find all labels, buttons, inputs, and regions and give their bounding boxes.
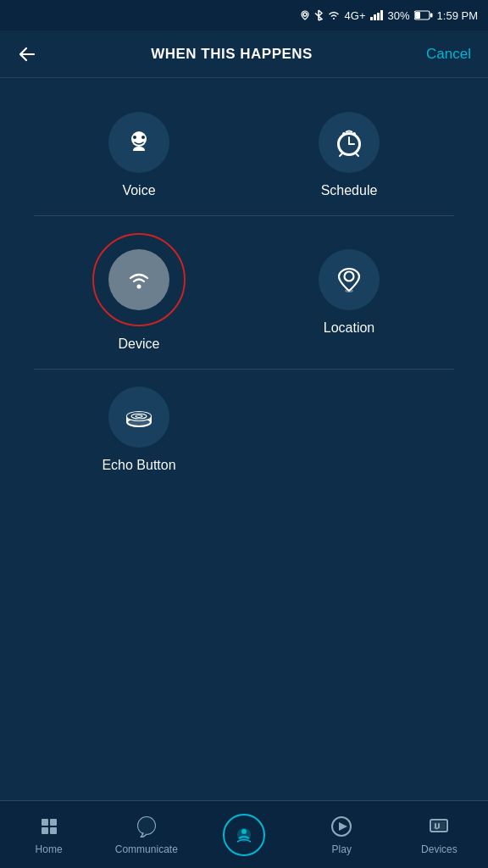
- svg-point-21: [345, 272, 354, 281]
- voice-label: Voice: [122, 183, 155, 198]
- voice-icon: [122, 125, 156, 159]
- device-label: Device: [119, 337, 160, 352]
- bottom-nav: Home Communicate: [0, 800, 488, 868]
- bluetooth-icon: [314, 9, 323, 21]
- svg-point-18: [342, 132, 346, 136]
- home-icon: [37, 815, 61, 838]
- nav-play[interactable]: Play: [293, 815, 391, 855]
- header: WHEN THIS HAPPENS Cancel: [0, 31, 488, 78]
- svg-rect-1: [370, 17, 373, 20]
- voice-item[interactable]: Voice: [71, 112, 207, 198]
- echo-button-item[interactable]: Echo Button: [71, 387, 207, 473]
- device-icon-bg: [108, 249, 169, 310]
- nav-home-label: Home: [36, 843, 63, 855]
- svg-line-16: [340, 153, 342, 156]
- svg-point-19: [352, 132, 356, 136]
- back-button[interactable]: [17, 44, 37, 64]
- svg-rect-7: [430, 14, 433, 18]
- schedule-icon: [332, 125, 366, 159]
- alexa-icon: [232, 823, 256, 847]
- wifi-icon: [327, 10, 341, 20]
- device-item[interactable]: Device: [71, 233, 207, 352]
- location-icon: [332, 263, 366, 297]
- svg-point-38: [241, 829, 247, 834]
- echo-button-icon: [122, 400, 156, 434]
- svg-rect-3: [377, 13, 380, 20]
- time: 1:59 PM: [437, 9, 478, 22]
- status-bar: 4G+ 30% 1:59 PM: [0, 0, 488, 31]
- svg-rect-31: [42, 819, 48, 826]
- row-1: Voice: [0, 95, 488, 215]
- nav-devices-label: Devices: [421, 843, 458, 855]
- nav-devices[interactable]: Devices: [391, 815, 488, 855]
- network-type: 4G+: [345, 9, 366, 22]
- svg-line-17: [356, 153, 358, 156]
- nav-alexa[interactable]: [195, 814, 292, 856]
- nav-communicate-label: Communicate: [115, 843, 178, 855]
- schedule-icon-bg: [319, 112, 380, 173]
- svg-point-22: [345, 289, 353, 292]
- location-item[interactable]: Location: [281, 249, 417, 336]
- svg-point-9: [133, 136, 136, 139]
- echo-button-icon-bg: [108, 387, 169, 448]
- svg-rect-34: [50, 827, 57, 834]
- cancel-button[interactable]: Cancel: [426, 46, 471, 63]
- communicate-icon: [135, 815, 158, 838]
- signal-bars: [370, 10, 384, 20]
- row-3: Echo Button: [0, 370, 488, 490]
- page-title: WHEN THIS HAPPENS: [151, 46, 313, 63]
- nav-play-label: Play: [332, 843, 352, 855]
- svg-rect-32: [50, 819, 57, 826]
- location-icon-bg: [319, 249, 380, 310]
- row-2: Device Location: [0, 216, 488, 369]
- location-label: Location: [324, 320, 375, 336]
- voice-icon-bg: [108, 112, 169, 173]
- schedule-item[interactable]: Schedule: [281, 112, 417, 198]
- play-icon: [330, 815, 353, 838]
- main-content: Voice: [0, 78, 488, 507]
- svg-point-36: [138, 817, 155, 834]
- svg-marker-40: [339, 822, 347, 831]
- location-status-icon: [300, 10, 310, 20]
- nav-home[interactable]: Home: [0, 815, 97, 855]
- svg-point-20: [137, 285, 141, 289]
- status-icons: 4G+ 30% 1:59 PM: [300, 9, 478, 22]
- svg-rect-4: [380, 10, 383, 20]
- battery-icon: [414, 10, 433, 20]
- devices-icon: [427, 815, 451, 838]
- device-ring: [92, 233, 186, 326]
- svg-rect-33: [42, 827, 48, 834]
- svg-point-0: [303, 13, 307, 16]
- svg-rect-2: [374, 14, 376, 20]
- nav-communicate[interactable]: Communicate: [97, 815, 195, 855]
- device-wifi-icon: [122, 263, 156, 297]
- echo-button-label: Echo Button: [102, 458, 175, 473]
- svg-rect-6: [415, 12, 420, 19]
- battery-level: 30%: [388, 9, 410, 22]
- schedule-label: Schedule: [321, 183, 378, 198]
- svg-point-10: [141, 136, 145, 139]
- alexa-button[interactable]: [223, 814, 265, 856]
